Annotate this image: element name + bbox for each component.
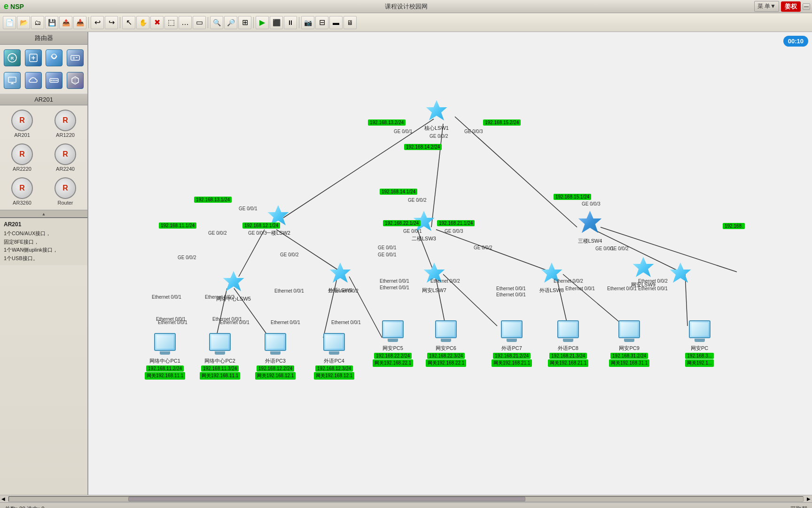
toolbar-text[interactable]: … [179, 16, 192, 29]
node-pc6[interactable]: 网安PC6 192.168.22.3/24 网关192.168.22.1 [426, 320, 466, 367]
port-ge001: GE 0/0/1 [394, 129, 412, 134]
other-icon-small [67, 72, 84, 89]
router-icon-4 [67, 49, 84, 66]
toolbar-sep4 [253, 17, 254, 28]
statusbar: 总数: 20 选中: 0 获取帮 [0, 502, 812, 508]
node-pc5[interactable]: 网安PC5 192.168.22.2/24 网关192.168.22.1 [373, 320, 413, 367]
node-pc9[interactable]: 网安PC9 192.168.31.2/24 网关192.168.31.1 [609, 320, 649, 367]
node-lsw3[interactable]: 二楼LSW3 [412, 211, 436, 242]
node-pc7[interactable]: 外语PC7 192.168.21.2/24 网关192.168.21.1 [492, 320, 532, 367]
ar201-label: AR201 [14, 132, 30, 138]
port-lsw2-ge002: GE 0/0/2 [208, 230, 226, 236]
toolbar-sample[interactable]: 🗂 [31, 16, 44, 29]
toolbar-term[interactable]: 🖥 [344, 16, 357, 29]
device-router-type3[interactable] [45, 48, 64, 68]
device-router[interactable]: R Router [45, 176, 86, 207]
toolbar-zoomout[interactable]: 🔎 [224, 16, 237, 29]
node-lsw2[interactable]: 一楼LSW2 [266, 205, 290, 237]
toolbar-redo[interactable]: ↪ [105, 16, 118, 29]
port-lsw8-eth001b: Ethernet 0/0/1 [496, 292, 526, 297]
device-router-type2[interactable] [24, 48, 43, 68]
node-lsw4[interactable]: 三楼LSW4 [577, 211, 603, 245]
device-ar3260[interactable]: R AR3260 [2, 176, 42, 207]
titlebar: e NSP 课程设计校园网 菜 单▼ 姜权 — [0, 0, 812, 13]
toolbar-table[interactable]: ⊟ [315, 16, 328, 29]
node-pc-right[interactable]: 网安PC 192.168.3... 网关192.1... [685, 320, 714, 367]
svg-rect-6 [71, 56, 79, 60]
ip-lsw3-1: 192.168.14.1/24 [380, 189, 417, 195]
info-line-1: 1个CON/AUX接口， [4, 230, 84, 238]
port-lsw5-ge002: GE 0/0/2 [178, 255, 196, 260]
horizontal-scrollbar[interactable]: ◀ ▶ [0, 495, 812, 502]
router-icon-2 [25, 49, 42, 66]
toolbar-sep1 [88, 17, 89, 28]
toolbar-new[interactable]: 📄 [3, 16, 16, 29]
left-panel: 路由器 R [0, 32, 88, 495]
toolbar-delete[interactable]: ✖ [150, 16, 164, 29]
toolbar-undo[interactable]: ↩ [91, 16, 104, 29]
svg-point-10 [53, 80, 54, 81]
network-lines [88, 32, 812, 495]
ip-lsw2-2: 192.168.11.1/24 [159, 222, 196, 229]
svg-rect-7 [8, 77, 16, 82]
minimize-button[interactable]: — [803, 3, 810, 10]
toolbar-stop[interactable]: ⬛ [270, 16, 283, 29]
logo-nsp: NSP [10, 3, 24, 10]
device-switch-small[interactable] [45, 70, 64, 91]
device-cloud[interactable] [24, 70, 43, 91]
scroll-right-btn[interactable]: ▶ [805, 496, 812, 501]
node-pc3[interactable]: 外语PC3 192.168.12.2/24 网关192.168.12.1 [255, 333, 296, 380]
scroll-left-btn[interactable]: ◀ [0, 496, 7, 501]
toolbar-import[interactable]: 📥 [73, 16, 86, 29]
toolbar-capture[interactable]: 📷 [301, 16, 314, 29]
ar2220-icon: R [11, 143, 33, 165]
device-ar201[interactable]: R AR201 [2, 108, 42, 139]
port-ge002: GE 0/0/2 [429, 134, 448, 139]
scroll-thumb[interactable] [128, 497, 525, 501]
ip-lsw3-3: 192.168.21.1/24 [437, 220, 475, 226]
device-pc[interactable] [3, 70, 22, 91]
device-ar2220[interactable]: R AR2220 [2, 142, 42, 173]
device-ar2240[interactable]: R AR2240 [45, 142, 86, 173]
port-lsw7-ge001: GE 0/0/1 [378, 245, 396, 250]
toolbar-play[interactable]: ▶ [256, 16, 269, 29]
device-router-type1[interactable]: R [3, 48, 22, 68]
device-other[interactable] [66, 70, 85, 91]
toolbar-export[interactable]: 📤 [59, 16, 72, 29]
ar3260-label: AR3260 [13, 200, 31, 206]
toolbar-config[interactable]: ▬ [329, 16, 343, 29]
port-lsw5-eth001: Ethernet 0/0/1 [152, 294, 181, 300]
toolbar-hand[interactable]: ✋ [136, 16, 149, 29]
node-pc8[interactable]: 外语PC8 192.168.21.3/24 网关192.168.21.1 [548, 320, 588, 367]
svg-point-11 [55, 80, 56, 81]
port-lsw8-eth001: Ethernet 0/0/1 [496, 286, 526, 291]
panel-collapse-btn[interactable]: ▲ [0, 210, 87, 217]
ar2240-label: AR2240 [56, 166, 75, 172]
node-lsw9[interactable]: 网安LSW9 [631, 257, 656, 288]
router-label: Router [57, 200, 73, 206]
cloud-icon-small [25, 72, 42, 89]
scroll-track[interactable] [8, 496, 804, 502]
menu-button[interactable]: 菜 单▼ [754, 1, 779, 12]
network-canvas[interactable]: 00:10 [88, 32, 812, 495]
status-left: 总数: 20 选中: 0 [5, 505, 45, 508]
titlebar-right: 菜 单▼ 姜权 — [754, 1, 812, 12]
toolbar-pause[interactable]: ⏸ [284, 16, 297, 29]
svg-point-12 [56, 80, 58, 81]
toolbar-marquee[interactable]: ⬚ [164, 16, 178, 29]
svg-text:R: R [11, 56, 14, 61]
toolbar-zoomin[interactable]: 🔍 [210, 16, 223, 29]
app-logo: e NSP [0, 1, 28, 11]
ar1220-icon: R [55, 110, 76, 131]
toolbar-open[interactable]: 📂 [17, 16, 30, 29]
toolbar-rect[interactable]: ▭ [193, 16, 206, 29]
node-lsw1[interactable]: 核心LSW1 [424, 100, 449, 132]
toolbar-select[interactable]: ↖ [122, 16, 135, 29]
node-pc2[interactable]: 网络中心PC2 192.168.11.3/24 网关192.168.11.1 [200, 333, 240, 380]
node-pc1[interactable]: 网络中心PC1 192.168.11.2/24 网关192.168.11.1 [145, 333, 185, 380]
node-pc4[interactable]: 外语PC4 192.168.12.3/24 网关192.168.12.1 [314, 333, 354, 380]
device-ar1220[interactable]: R AR1220 [45, 108, 86, 139]
toolbar-fit[interactable]: ⊞ [238, 16, 251, 29]
toolbar-save[interactable]: 💾 [45, 16, 58, 29]
device-router-type4[interactable] [66, 48, 85, 68]
